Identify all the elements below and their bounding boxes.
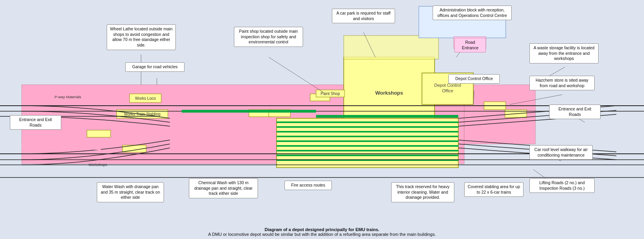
svg-text:Paint Shop: Paint Shop xyxy=(321,91,340,96)
pway-materials-label: P-way Materials xyxy=(55,95,81,99)
anno-heavy-cleaning: This track reserved for heavy interior c… xyxy=(391,182,454,202)
test-track-label: Workshops xyxy=(89,162,107,167)
anno-road-entrance: Road Entrance xyxy=(454,38,486,52)
anno-car-roof-walkway: Car roof level walkway for air condition… xyxy=(529,145,593,160)
diagram-container: KEY Track 3-car unit Depot Buildings Pav… xyxy=(0,0,644,239)
anno-car-park: A car park is required for staff and vis… xyxy=(332,9,395,23)
anno-hazchem: Hazchem store is sited away from road an… xyxy=(529,76,595,90)
anno-waste-storage: A waste storage facility is located away… xyxy=(529,43,599,63)
anno-covered-stabling: Covered stabling area for up to 22 x 6-c… xyxy=(464,182,523,197)
anno-chemical-wash: Chemical Wash with 130 m drainage pan an… xyxy=(189,178,258,198)
anno-lifting-roads: Lifting Roads (2 no.) and Inspection Roa… xyxy=(529,178,595,193)
depot-diagram-svg: Workshops Depot Control Office Works Loc… xyxy=(0,0,644,239)
anno-garage-road: Garage for road vehicles xyxy=(125,62,185,72)
anno-depot-control: Depot Control Office xyxy=(448,74,500,84)
svg-text:Workshops: Workshops xyxy=(375,90,403,96)
anno-wheel-lathe: Wheel Lathe located outside main shops t… xyxy=(107,24,176,50)
svg-rect-42 xyxy=(22,144,101,150)
svg-rect-14 xyxy=(87,130,111,137)
svg-text:Office: Office xyxy=(442,88,454,93)
anno-admin-block: Administration block with reception, off… xyxy=(433,6,512,20)
caption-line2: A DMU or locomotive depot would be simil… xyxy=(208,232,436,237)
anno-paint-shop-note: Paint shop located outside main inspecti… xyxy=(234,27,303,47)
caption-line1: Diagram of a depot designed principally … xyxy=(265,227,379,232)
svg-text:Works Loco: Works Loco xyxy=(135,96,156,101)
anno-entrance-exit-right: Entrance and Exit Roads xyxy=(549,105,601,119)
svg-text:Depot Control: Depot Control xyxy=(434,83,461,88)
anno-fire-access: Fire access routes xyxy=(284,181,332,190)
anno-water-wash: Water Wash with drainage pan and 35 m st… xyxy=(97,182,164,202)
diagram-caption: Diagram of a depot designed principally … xyxy=(208,227,436,237)
anno-entrance-exit-left: Entrance and Exit Roads xyxy=(10,115,61,130)
svg-rect-8 xyxy=(344,35,439,59)
